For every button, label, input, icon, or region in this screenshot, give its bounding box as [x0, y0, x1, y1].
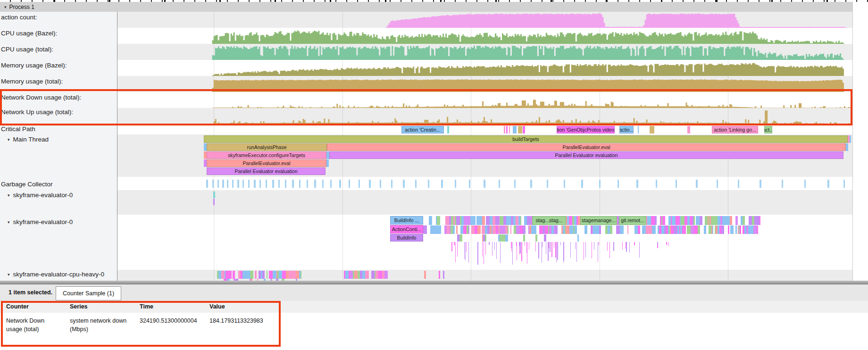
gc-event-tick[interactable]	[254, 180, 256, 188]
trace-spike[interactable]	[557, 242, 558, 260]
gc-event-tick[interactable]	[547, 180, 548, 188]
trace-spike[interactable]	[554, 242, 554, 248]
trace-sliver[interactable]	[691, 225, 694, 234]
trace-sliver[interactable]	[740, 225, 741, 234]
gc-event-tick[interactable]	[581, 180, 583, 188]
trace-sliver[interactable]	[437, 216, 440, 225]
trace-sliver[interactable]	[255, 271, 257, 279]
trace-spike[interactable]	[482, 242, 483, 257]
trace-sliver[interactable]	[276, 279, 278, 281]
gc-event-tick[interactable]	[564, 180, 565, 188]
trace-sliver[interactable]	[423, 225, 427, 234]
trace-sliver[interactable]	[516, 225, 520, 234]
main-thread-slice[interactable]: runAnalysisPhase	[207, 143, 327, 151]
trace-sliver[interactable]	[500, 225, 503, 234]
trace-sliver[interactable]	[476, 216, 480, 225]
trace-sliver[interactable]	[593, 225, 596, 234]
trace-spike[interactable]	[585, 242, 586, 258]
critical-path-action-block[interactable]: action 'Creatin...	[401, 126, 444, 133]
trace-spike[interactable]	[520, 242, 521, 253]
trace-sliver[interactable]	[681, 216, 684, 225]
trace-sliver[interactable]	[682, 225, 686, 234]
trace-sliver[interactable]	[477, 225, 481, 234]
trace-spike[interactable]	[468, 242, 469, 263]
gc-event-tick[interactable]	[212, 180, 214, 188]
panel-resize-handle[interactable]	[0, 281, 868, 284]
trace-sliver[interactable]	[282, 279, 284, 281]
track-label-skyframe-evaluator-0-a[interactable]: ▾skyframe-evaluator-0	[1, 192, 73, 199]
trace-sliver[interactable]	[378, 271, 382, 279]
track-label-skyframe-evaluator-0-b[interactable]: ▾skyframe-evaluator-0	[1, 218, 73, 225]
trace-sliver[interactable]	[251, 279, 252, 281]
track-label-action-count[interactable]: action count:	[1, 14, 37, 21]
evaluator-slice[interactable]	[213, 199, 215, 205]
gc-event-tick[interactable]	[248, 180, 250, 188]
gc-event-tick[interactable]	[299, 180, 300, 188]
process-header[interactable]: ▾ Process 1	[0, 2, 852, 12]
trace-sliver[interactable]	[221, 271, 225, 279]
trace-sliver[interactable]	[486, 216, 490, 225]
critical-path-action-block[interactable]	[513, 126, 517, 133]
trace-spike[interactable]	[629, 242, 630, 253]
trace-sliver[interactable]	[354, 271, 358, 279]
trace-spike[interactable]	[512, 242, 513, 265]
trace-sliver[interactable]	[647, 216, 651, 225]
trace-sliver[interactable]	[655, 216, 657, 225]
trace-sliver[interactable]	[510, 225, 511, 234]
trace-spike[interactable]	[564, 242, 564, 261]
trace-sliver[interactable]	[384, 271, 388, 279]
trace-sliver[interactable]	[445, 216, 449, 225]
critical-path-action-block[interactable]	[518, 126, 522, 133]
gc-event-tick[interactable]	[266, 180, 267, 188]
trace-spike[interactable]	[657, 242, 658, 245]
column-header-counter[interactable]: Counter	[0, 301, 64, 313]
gc-event-tick[interactable]	[242, 180, 244, 188]
trace-sliver[interactable]	[505, 234, 508, 242]
collapse-arrow-icon[interactable]: ▾	[8, 137, 10, 142]
gc-event-tick[interactable]	[469, 180, 470, 188]
trace-spike[interactable]	[455, 242, 456, 262]
gc-event-tick[interactable]	[359, 180, 360, 188]
critical-path-action-block[interactable]: actio...	[619, 126, 634, 133]
main-thread-slice[interactable]: buildTargets	[204, 135, 848, 143]
gc-event-tick[interactable]	[339, 180, 341, 188]
track-label-network-up[interactable]: Network Up usage (total):	[1, 108, 73, 116]
trace-sliver[interactable]	[257, 279, 258, 281]
collapse-arrow-icon[interactable]: ▾	[4, 5, 7, 9]
gc-event-tick[interactable]	[827, 180, 829, 188]
trace-sliver[interactable]	[246, 271, 250, 279]
gc-event-tick[interactable]	[760, 180, 761, 188]
column-header-time[interactable]: Time	[134, 301, 203, 313]
trace-sliver[interactable]	[508, 225, 509, 234]
track-label-garbage-collector[interactable]: Garbage Collector	[1, 181, 53, 188]
trace-sliver[interactable]	[539, 225, 542, 234]
trace-sliver[interactable]	[453, 225, 455, 234]
trace-sliver[interactable]	[271, 279, 272, 281]
trace-sliver[interactable]	[698, 225, 700, 234]
trace-sliver[interactable]	[460, 234, 462, 242]
trace-sliver[interactable]	[662, 216, 665, 225]
track-row-bg[interactable]	[117, 190, 852, 215]
track-label-network-down[interactable]: Network Down usage (total):	[1, 94, 81, 101]
trace-sliver[interactable]	[471, 225, 475, 234]
gc-event-tick[interactable]	[455, 180, 456, 188]
counter-chart-action-count[interactable]	[117, 12, 852, 28]
track-label-cpu-bazel[interactable]: CPU usage (Bazel):	[1, 30, 57, 37]
trace-sliver[interactable]	[262, 271, 265, 279]
trace-sliver[interactable]	[527, 216, 531, 225]
trace-sliver[interactable]	[728, 225, 729, 234]
trace-sliver[interactable]	[610, 225, 612, 234]
trace-sliver[interactable]	[500, 216, 503, 225]
evaluator-slice[interactable]: BuildInfo ...	[390, 216, 423, 225]
trace-spike[interactable]	[584, 242, 584, 260]
gc-event-tick[interactable]	[530, 180, 532, 188]
gc-event-tick[interactable]	[380, 180, 381, 188]
track-label-skyframe-evaluator-cpu-heavy-0[interactable]: ▾skyframe-evaluator-cpu-heavy-0	[1, 271, 104, 278]
trace-sliver[interactable]	[279, 271, 282, 279]
trace-sliver[interactable]	[227, 279, 230, 281]
trace-sliver[interactable]	[296, 271, 299, 279]
collapse-arrow-icon[interactable]: ▾	[8, 272, 10, 277]
gc-event-tick[interactable]	[514, 180, 516, 188]
scrollbar-gutter[interactable]	[852, 2, 868, 281]
trace-sliver[interactable]	[730, 225, 734, 234]
